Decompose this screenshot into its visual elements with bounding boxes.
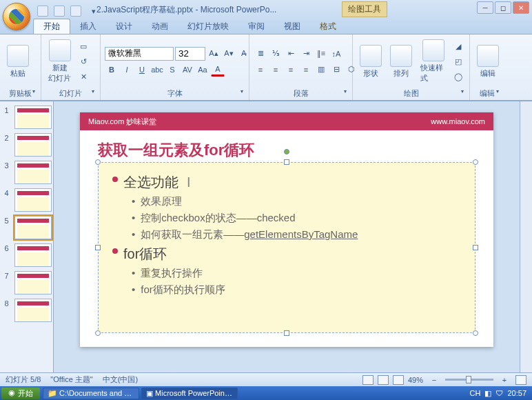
indent-more-button[interactable]: ⇥	[299, 47, 313, 61]
system-tray[interactable]: CH ◧ 🛡 20:57	[470, 389, 531, 398]
arrange-button[interactable]: 排列	[387, 43, 415, 80]
align-left-button[interactable]: ≡	[254, 63, 267, 77]
status-language[interactable]: 中文(中国)	[103, 374, 138, 385]
edit-button[interactable]: 编辑	[474, 43, 502, 80]
status-theme: "Office 主题"	[50, 374, 92, 385]
font-size-select[interactable]	[175, 47, 205, 61]
char-spacing-button[interactable]: AV	[181, 63, 194, 77]
slide-thumbnail[interactable]: 8	[14, 299, 52, 322]
slide-thumbnail[interactable]: 3	[14, 161, 52, 184]
group-slides: 幻灯片	[45, 87, 96, 100]
text-content[interactable]: 全选功能 效果原理 控制checkbox的状态——checked 如何获取一组元…	[99, 163, 475, 306]
minimize-button[interactable]: ─	[477, 1, 493, 14]
bullet-l1: 全选功能	[123, 171, 191, 193]
zoom-in-button[interactable]: +	[498, 373, 511, 387]
tray-icon[interactable]: 🛡	[495, 389, 503, 397]
reset-icon[interactable]: ↺	[76, 54, 90, 68]
save-icon[interactable]	[37, 6, 48, 17]
taskbar-item[interactable]: 📁 C:\Documents and Settin...	[43, 388, 139, 399]
layout-icon[interactable]: ▭	[76, 39, 90, 53]
redo-icon[interactable]	[70, 6, 81, 17]
tab-home[interactable]: 开始	[33, 19, 70, 34]
text-placeholder[interactable]: 全选功能 效果原理 控制checkbox的状态——checked 如何获取一组元…	[98, 162, 475, 333]
change-case-button[interactable]: Aa	[196, 63, 209, 77]
tab-review[interactable]: 审阅	[238, 19, 274, 34]
bold-button[interactable]: B	[105, 63, 119, 77]
align-center-button[interactable]: ≡	[269, 63, 283, 77]
font-name-select[interactable]	[105, 47, 174, 61]
slide-thumbnail-panel[interactable]: 12345678	[0, 101, 54, 372]
resize-handle[interactable]	[473, 159, 478, 165]
start-button[interactable]: ◉开始	[1, 388, 40, 399]
slide-thumbnail[interactable]: 5	[14, 216, 52, 239]
strike-button[interactable]: abc	[150, 63, 164, 77]
undo-icon[interactable]	[54, 6, 65, 17]
fit-window-button[interactable]	[515, 375, 526, 385]
new-slide-button[interactable]: 新建 幻灯片	[45, 38, 74, 85]
line-spacing-button[interactable]: ‖≡	[314, 47, 328, 61]
font-color-button[interactable]: A	[211, 63, 225, 77]
quick-styles-button[interactable]: 快速样式	[418, 38, 449, 85]
delete-slide-icon[interactable]: ✕	[76, 70, 90, 83]
shrink-font-icon[interactable]: A▾	[222, 47, 236, 61]
justify-button[interactable]: ≡	[299, 63, 313, 77]
tray-icon[interactable]: ◧	[484, 389, 491, 398]
shape-fill-icon[interactable]: ◢	[451, 39, 465, 53]
underline-button[interactable]: U	[135, 63, 149, 77]
bullet-l2: 效果原理	[141, 193, 182, 210]
tab-insert[interactable]: 插入	[70, 19, 106, 34]
tab-animation[interactable]: 动画	[142, 19, 178, 34]
slide-canvas[interactable]: Miaov.com 妙味课堂 www.miaov.com 获取一组元素及for循…	[54, 101, 520, 372]
sorter-view-button[interactable]	[378, 375, 389, 385]
shapes-button[interactable]: 形状	[357, 43, 385, 80]
columns-button[interactable]: ▥	[314, 63, 328, 77]
bullet-l2: 控制checkbox的状态——checked	[141, 210, 295, 226]
language-indicator[interactable]: CH	[470, 389, 481, 397]
text-direction-button[interactable]: ↕A	[329, 47, 343, 61]
resize-handle[interactable]	[473, 330, 478, 336]
taskbar-item[interactable]: ▣ Microsoft PowerPoint - [...	[141, 388, 238, 399]
slide-thumbnail[interactable]: 1	[14, 106, 52, 129]
maximize-button[interactable]: ◻	[495, 1, 511, 14]
tab-design[interactable]: 设计	[106, 19, 142, 34]
brand-label: Miaov.com 妙味课堂	[88, 117, 156, 127]
numbering-button[interactable]: ⅓	[269, 47, 283, 61]
resize-handle[interactable]	[95, 245, 101, 250]
slide-thumbnail[interactable]: 6	[14, 243, 52, 267]
ribbon-tabs: 开始 插入 设计 动画 幻灯片放映 审阅 视图 格式	[33, 19, 346, 34]
slide-thumbnail[interactable]: 2	[14, 133, 52, 157]
grow-font-icon[interactable]: A▴	[207, 47, 221, 61]
rotate-handle[interactable]	[284, 149, 289, 154]
shape-effects-icon[interactable]: ◯	[451, 70, 465, 83]
clock[interactable]: 20:57	[507, 389, 526, 397]
bullets-button[interactable]: ≣	[254, 47, 267, 61]
tab-format[interactable]: 格式	[310, 19, 346, 34]
paste-button[interactable]: 粘贴	[4, 43, 32, 80]
italic-button[interactable]: I	[120, 63, 134, 77]
close-button[interactable]: ✕	[513, 1, 529, 14]
title-bar: ▾ 2.JavaScript程序基础.pptx - Microsoft Powe…	[0, 0, 532, 34]
status-slide-number: 幻灯片 5/8	[6, 374, 41, 385]
resize-handle[interactable]	[284, 330, 289, 336]
shadow-button[interactable]: S	[165, 63, 179, 77]
slide-thumbnail[interactable]: 4	[14, 188, 52, 212]
office-button[interactable]	[3, 3, 30, 30]
tab-view[interactable]: 视图	[274, 19, 310, 34]
resize-handle[interactable]	[95, 159, 101, 165]
slideshow-view-button[interactable]	[393, 375, 404, 385]
indent-less-button[interactable]: ⇤	[284, 47, 298, 61]
clear-format-icon[interactable]: A̶	[237, 47, 251, 61]
tab-slideshow[interactable]: 幻灯片放映	[178, 19, 238, 34]
resize-handle[interactable]	[284, 159, 289, 165]
align-right-button[interactable]: ≡	[284, 63, 298, 77]
zoom-out-button[interactable]: −	[427, 373, 441, 387]
zoom-slider[interactable]	[445, 379, 493, 381]
slide-thumbnail[interactable]: 7	[14, 271, 52, 294]
normal-view-button[interactable]	[362, 375, 374, 385]
vertical-scrollbar[interactable]	[520, 101, 532, 372]
resize-handle[interactable]	[95, 330, 101, 336]
shape-outline-icon[interactable]: ◰	[451, 54, 465, 68]
resize-handle[interactable]	[473, 245, 478, 250]
align-text-button[interactable]: ⊟	[329, 63, 343, 77]
zoom-percent[interactable]: 49%	[408, 376, 423, 384]
